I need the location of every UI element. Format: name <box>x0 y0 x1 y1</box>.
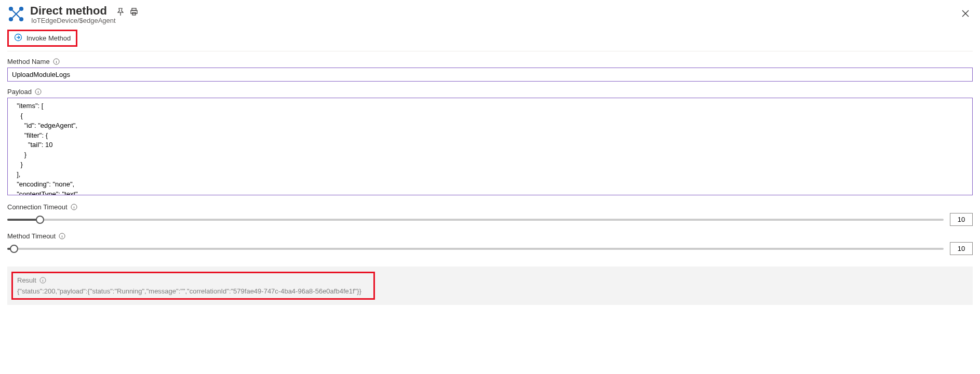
info-icon[interactable] <box>35 88 42 95</box>
svg-rect-5 <box>131 10 137 14</box>
invoke-method-label: Invoke Method <box>26 34 71 42</box>
close-button[interactable] <box>958 6 973 22</box>
method-name-field: Method Name <box>7 58 973 82</box>
svg-point-3 <box>20 18 23 21</box>
payload-field: Payload <box>7 88 973 197</box>
payload-input[interactable] <box>7 98 973 195</box>
method-timeout-value[interactable] <box>950 242 973 255</box>
page-header: Direct method IoTEdgeDevice/$edgeAgent <box>7 4 973 24</box>
result-label: Result <box>17 276 36 284</box>
method-timeout-field: Method Timeout <box>7 232 973 255</box>
svg-rect-4 <box>132 8 136 10</box>
info-icon[interactable] <box>59 233 65 239</box>
result-output: {"status":200,"payload":{"status":"Runni… <box>17 287 369 295</box>
svg-point-1 <box>20 7 23 10</box>
info-icon[interactable] <box>71 204 77 210</box>
page-title: Direct method <box>30 4 107 17</box>
method-name-input[interactable] <box>7 68 973 82</box>
method-timeout-label: Method Timeout <box>7 232 56 240</box>
payload-label: Payload <box>7 88 32 96</box>
connection-timeout-value[interactable] <box>950 213 973 226</box>
connection-timeout-slider[interactable] <box>7 214 944 225</box>
svg-point-0 <box>9 7 12 10</box>
invoke-arrow-icon <box>14 33 22 43</box>
invoke-method-button[interactable]: Invoke Method <box>7 30 77 47</box>
method-name-label: Method Name <box>7 58 50 65</box>
info-icon[interactable] <box>39 277 46 284</box>
direct-method-icon <box>7 5 25 23</box>
method-timeout-slider[interactable] <box>7 243 944 255</box>
close-icon <box>961 11 970 19</box>
info-icon[interactable] <box>53 58 60 65</box>
connection-timeout-field: Connection Timeout <box>7 203 973 226</box>
toolbar: Invoke Method <box>7 30 973 51</box>
svg-point-2 <box>9 18 12 21</box>
result-section: Result {"status":200,"payload":{"status"… <box>7 266 973 305</box>
connection-timeout-label: Connection Timeout <box>7 203 68 211</box>
breadcrumb: IoTEdgeDevice/$edgeAgent <box>31 17 138 24</box>
